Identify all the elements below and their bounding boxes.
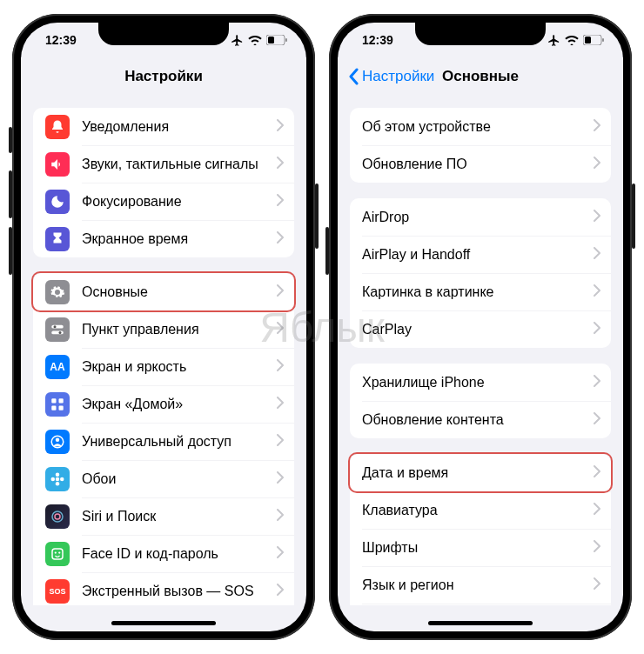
settings-content-right[interactable]: Об этом устройствеОбновление ПОAirDropAi… [338, 96, 623, 605]
svg-point-19 [55, 514, 60, 519]
chevron-right-icon [588, 208, 611, 226]
chevron-right-icon [272, 155, 294, 173]
row-label: Обновление ПО [362, 157, 588, 172]
settings-row[interactable]: Хранилище iPhone [350, 364, 611, 401]
settings-row[interactable]: Уведомления [33, 108, 294, 145]
row-label: Универсальный доступ [82, 434, 272, 450]
settings-row[interactable]: AirPlay и Handoff [350, 236, 611, 273]
settings-row[interactable]: Обои [33, 460, 294, 497]
svg-point-15 [56, 482, 60, 486]
bell-icon [45, 115, 70, 139]
row-label: Экстренный вызов — SOS [82, 584, 272, 599]
svg-rect-1 [268, 37, 274, 43]
svg-point-18 [52, 511, 63, 522]
grid-icon [45, 392, 70, 417]
row-label: Уведомления [82, 119, 272, 135]
settings-row[interactable]: Язык и регион [350, 566, 611, 604]
settings-row[interactable]: Универсальный доступ [33, 423, 294, 460]
battery-icon [266, 35, 287, 45]
svg-point-14 [56, 472, 60, 477]
settings-row[interactable]: Экранное время [33, 220, 294, 257]
notch [98, 23, 229, 45]
settings-row[interactable]: Основные [33, 273, 294, 310]
person-icon [45, 430, 70, 454]
home-indicator[interactable] [428, 621, 533, 625]
status-time: 12:39 [45, 33, 77, 47]
phone-frame-left: 12:39 Настройки УведомленияЗвуки, тактил… [12, 14, 315, 640]
status-icons [547, 34, 604, 47]
back-label: Настройки [362, 68, 434, 85]
svg-rect-8 [59, 398, 64, 403]
settings-group: УведомленияЗвуки, тактильные сигналыФоку… [33, 108, 294, 257]
chevron-right-icon [588, 464, 611, 482]
svg-point-16 [51, 477, 56, 481]
settings-row[interactable]: Пункт управления [33, 310, 294, 348]
settings-row[interactable]: Дата и время [350, 454, 611, 491]
chevron-right-icon [588, 155, 611, 173]
chevron-right-icon [272, 230, 294, 248]
settings-row[interactable]: Звуки, тактильные сигналы [33, 145, 294, 183]
row-label: AirPlay и Handoff [362, 247, 588, 263]
chevron-right-icon [588, 576, 611, 594]
home-indicator[interactable] [111, 621, 216, 625]
row-label: CarPlay [362, 322, 588, 337]
settings-row[interactable]: AirDrop [350, 198, 611, 236]
svg-point-5 [54, 325, 57, 328]
row-label: Звуки, тактильные сигналы [82, 157, 272, 172]
svg-point-13 [56, 477, 60, 481]
row-label: Картинка в картинке [362, 284, 588, 300]
settings-row[interactable]: Обновление контента [350, 401, 611, 438]
settings-row[interactable]: Шрифты [350, 529, 611, 566]
svg-rect-7 [51, 398, 56, 403]
settings-row[interactable]: Экран «Домой» [33, 385, 294, 423]
settings-row[interactable]: Обновление ПО [350, 145, 611, 183]
chevron-right-icon [272, 470, 294, 488]
flower-icon [45, 467, 70, 491]
nav-bar-right: Настройки Основные [338, 57, 623, 96]
chevron-right-icon [588, 117, 611, 136]
chevron-right-icon [588, 373, 611, 391]
row-label: Клавиатура [362, 503, 588, 518]
settings-row[interactable]: Словарь [350, 604, 611, 605]
settings-row[interactable]: Фокусирование [33, 183, 294, 220]
chevron-right-icon [272, 395, 294, 413]
chevron-right-icon [272, 544, 294, 563]
svg-point-21 [55, 551, 57, 553]
svg-point-6 [59, 330, 62, 333]
settings-row[interactable]: Клавиатура [350, 491, 611, 529]
row-label: Фокусирование [82, 194, 272, 210]
back-button[interactable]: Настройки [348, 68, 434, 85]
chevron-right-icon [272, 432, 294, 450]
svg-point-17 [60, 477, 64, 481]
battery-icon [583, 35, 604, 45]
settings-row[interactable]: Siri и Поиск [33, 497, 294, 535]
switches-icon [45, 317, 70, 342]
notch [415, 23, 546, 45]
row-label: Язык и регион [362, 577, 588, 593]
chevron-right-icon [588, 245, 611, 264]
settings-row[interactable]: Об этом устройстве [350, 108, 611, 145]
airplane-icon [547, 34, 560, 47]
row-label: Шрифты [362, 540, 588, 556]
row-label: Пункт управления [82, 322, 272, 337]
settings-row[interactable]: Картинка в картинке [350, 273, 611, 310]
settings-content-left[interactable]: УведомленияЗвуки, тактильные сигналыФоку… [21, 96, 306, 605]
settings-row[interactable]: Face ID и код-пароль [33, 535, 294, 572]
chevron-right-icon [272, 192, 294, 210]
settings-group: Хранилище iPhoneОбновление контента [350, 364, 611, 438]
row-label: Хранилище iPhone [362, 375, 588, 390]
settings-group: AirDropAirPlay и HandoffКартинка в карти… [350, 198, 611, 348]
svg-rect-3 [51, 324, 64, 328]
hourglass-icon [45, 227, 70, 251]
settings-row[interactable]: CarPlay [350, 310, 611, 348]
row-label: Об этом устройстве [362, 119, 588, 135]
speaker-icon [45, 152, 70, 177]
svg-rect-4 [51, 330, 64, 334]
status-time: 12:39 [362, 33, 393, 47]
svg-rect-29 [585, 37, 591, 43]
row-label: Дата и время [362, 465, 588, 481]
settings-row[interactable]: SOSЭкстренный вызов — SOS [33, 572, 294, 605]
settings-group: ОсновныеПункт управленияAAЭкран и яркост… [33, 273, 294, 605]
airplane-icon [231, 34, 244, 47]
settings-row[interactable]: AAЭкран и яркость [33, 348, 294, 385]
